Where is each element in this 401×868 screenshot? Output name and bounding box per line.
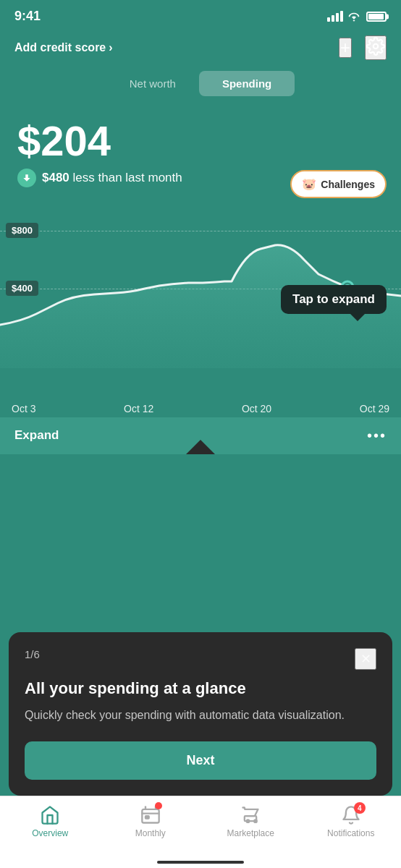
next-button[interactable]: Next [25, 741, 376, 780]
nav-label-monthly: Monthly [135, 828, 166, 838]
x-label-oct29: Oct 29 [360, 403, 389, 414]
nav-label-overview: Overview [32, 828, 68, 838]
battery-icon [366, 12, 387, 22]
nav-item-notifications[interactable]: 4 Notifications [326, 805, 376, 838]
expand-header[interactable]: Expand ••• [0, 417, 401, 454]
chart-label-400: $400 [6, 281, 38, 294]
tooltip-description: Quickly check your spending with automat… [25, 707, 376, 724]
nav-label-notifications: Notifications [327, 828, 374, 838]
nav-icon-monthly [140, 805, 161, 825]
challenges-label: Challenges [321, 179, 375, 190]
tooltip-step: 1/6 [25, 648, 40, 660]
nav-label-marketplace: Marketplace [227, 828, 274, 838]
status-time: 9:41 [14, 9, 41, 24]
status-bar: 9:41 [0, 0, 401, 28]
bottom-nav: Overview Monthly Marketplace [0, 796, 401, 868]
wifi-icon [347, 12, 360, 22]
nav-item-overview[interactable]: Overview [25, 805, 75, 838]
tap-to-expand-tooltip[interactable]: Tap to expand [281, 285, 387, 314]
svg-rect-7 [145, 816, 149, 819]
tab-net-worth[interactable]: Net worth [106, 71, 199, 96]
challenges-button[interactable]: 🐷 Challenges [290, 170, 387, 198]
spending-amount: $204 [17, 118, 384, 164]
down-arrow-icon [17, 169, 36, 187]
expand-text: Expand [14, 428, 59, 443]
tap-tooltip-text: Tap to expand [292, 292, 375, 306]
header-icons: + [339, 35, 387, 60]
tab-switcher: Net worth Spending [0, 71, 401, 111]
nav-item-monthly[interactable]: Monthly [125, 805, 176, 838]
chart-label-800: $800 [6, 224, 38, 237]
monthly-badge [155, 802, 162, 809]
tooltip-title: All your spending at a glance [25, 678, 376, 699]
tooltip-modal: 1/6 ✕ All your spending at a glance Quic… [9, 632, 392, 796]
add-credit-score-link[interactable]: Add credit score › [14, 41, 113, 54]
home-indicator [157, 861, 244, 864]
spending-change-text: $480 less than last month [42, 171, 182, 185]
tooltip-close-button[interactable]: ✕ [355, 648, 376, 670]
settings-button[interactable] [365, 35, 387, 60]
svg-point-0 [373, 44, 379, 49]
x-label-oct12: Oct 12 [124, 403, 153, 414]
x-label-oct3: Oct 3 [12, 403, 35, 414]
tab-spending[interactable]: Spending [199, 71, 295, 96]
expand-dots: ••• [367, 427, 387, 444]
status-icons [327, 11, 387, 22]
x-axis: Oct 3 Oct 12 Oct 20 Oct 29 [0, 397, 401, 414]
header: Add credit score › + [0, 28, 401, 71]
nav-icon-marketplace [240, 805, 261, 825]
chart-area[interactable]: $800 $400 Tap to expand [0, 209, 401, 397]
tooltip-modal-header: 1/6 ✕ [25, 648, 376, 670]
nav-icon-overview [40, 805, 60, 825]
signal-icon [327, 11, 343, 22]
challenges-emoji: 🐷 [302, 177, 316, 191]
nav-item-marketplace[interactable]: Marketplace [225, 805, 276, 838]
notifications-badge: 4 [354, 802, 366, 814]
add-button[interactable]: + [339, 38, 352, 58]
x-label-oct20: Oct 20 [242, 403, 271, 414]
nav-icon-notifications: 4 [341, 805, 361, 825]
svg-rect-10 [245, 816, 256, 821]
triangle-pointer [186, 440, 215, 454]
svg-rect-3 [142, 809, 159, 823]
